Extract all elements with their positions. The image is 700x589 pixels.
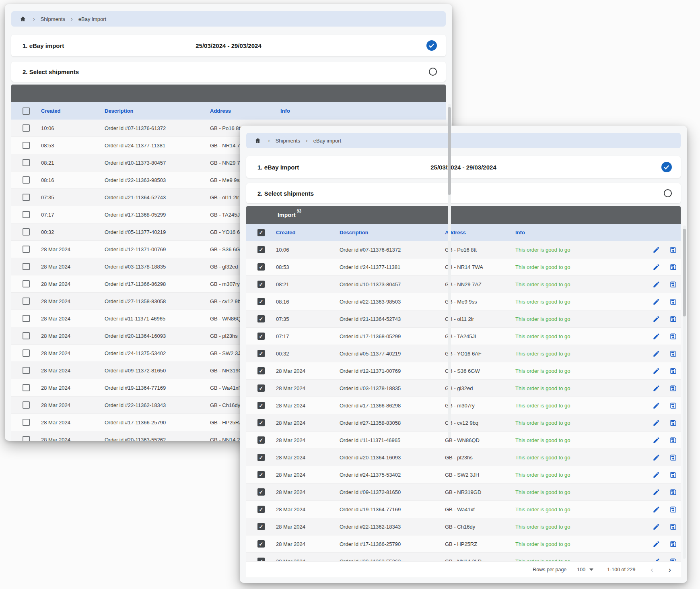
table-row[interactable]: ✓08:53Order id #24-11377-11381GB - NR14 … [246, 258, 681, 276]
column-header-info[interactable]: Info [515, 229, 681, 236]
save-floppy-icon[interactable] [669, 349, 677, 358]
save-floppy-icon[interactable] [669, 522, 677, 531]
row-checkbox[interactable] [23, 194, 30, 201]
edit-pencil-icon[interactable] [652, 470, 661, 479]
save-floppy-icon[interactable] [669, 557, 677, 561]
edit-pencil-icon[interactable] [652, 436, 661, 444]
breadcrumb-item-shipments[interactable]: Shipments [276, 138, 300, 144]
table-row[interactable]: ✓28 Mar 2024Order id #22-11362-18343GB -… [246, 518, 681, 535]
import-button[interactable]: Import 93 [278, 212, 301, 218]
save-floppy-icon[interactable] [669, 297, 677, 306]
table-row[interactable]: ✓00:32Order id #05-11377-40219GB - YO16 … [246, 345, 681, 362]
table-row[interactable]: ✓28 Mar 2024Order id #11-11371-46965GB -… [246, 432, 681, 449]
row-checkbox[interactable] [23, 332, 30, 339]
row-checkbox[interactable] [23, 211, 30, 218]
table-row[interactable]: ✓28 Mar 2024Order id #20-11363-55262GB -… [246, 553, 681, 561]
row-checkbox[interactable] [23, 124, 30, 132]
previous-page-button[interactable]: ‹ [651, 566, 653, 573]
row-checkbox[interactable]: ✓ [257, 367, 265, 374]
row-checkbox[interactable]: ✓ [257, 454, 265, 461]
edit-pencil-icon[interactable] [652, 418, 661, 427]
table-row[interactable]: ✓07:17Order id #17-11368-05299GB - TA245… [246, 328, 681, 345]
column-header-address[interactable]: Address [210, 108, 280, 114]
row-checkbox[interactable] [23, 384, 30, 391]
save-floppy-icon[interactable] [669, 280, 677, 289]
rows-per-page-select[interactable]: 100 [577, 567, 593, 572]
save-floppy-icon[interactable] [669, 436, 677, 444]
edit-pencil-icon[interactable] [652, 262, 661, 271]
save-floppy-icon[interactable] [669, 453, 677, 462]
step-select-shipments[interactable]: 2. Select shipments [246, 183, 681, 203]
column-header-created[interactable]: Created [41, 108, 105, 114]
table-row[interactable]: ✓28 Mar 2024Order id #24-11375-53402GB -… [246, 466, 681, 484]
save-floppy-icon[interactable] [669, 245, 677, 254]
row-checkbox[interactable] [23, 401, 30, 409]
table-row[interactable]: ✓07:35Order id #21-11364-52743GB - ol11 … [246, 310, 681, 328]
edit-pencil-icon[interactable] [652, 332, 661, 341]
row-checkbox[interactable] [23, 263, 30, 270]
table-row[interactable]: ✓28 Mar 2024Order id #17-11366-25790GB -… [246, 535, 681, 553]
save-floppy-icon[interactable] [669, 366, 677, 375]
row-checkbox[interactable]: ✓ [257, 506, 265, 513]
row-checkbox[interactable]: ✓ [257, 419, 265, 426]
edit-pencil-icon[interactable] [652, 488, 661, 496]
row-checkbox[interactable]: ✓ [257, 246, 265, 253]
edit-pencil-icon[interactable] [652, 539, 661, 548]
home-icon[interactable] [19, 14, 27, 23]
row-checkbox[interactable] [23, 367, 30, 374]
row-checkbox[interactable]: ✓ [257, 350, 265, 357]
column-header-description[interactable]: Description [105, 108, 210, 114]
save-floppy-icon[interactable] [669, 470, 677, 479]
table-row[interactable]: ✓28 Mar 2024Order id #20-11364-16093GB -… [246, 449, 681, 466]
save-floppy-icon[interactable] [669, 488, 677, 496]
table-scrollbar[interactable] [448, 104, 451, 438]
row-checkbox[interactable]: ✓ [257, 384, 265, 392]
next-page-button[interactable]: › [669, 566, 671, 573]
row-checkbox[interactable]: ✓ [257, 281, 265, 288]
save-floppy-icon[interactable] [669, 418, 677, 427]
edit-pencil-icon[interactable] [652, 349, 661, 358]
table-row[interactable]: ✓08:21Order id #10-11373-80457GB - NN29 … [246, 276, 681, 293]
row-checkbox[interactable]: ✓ [257, 333, 265, 340]
edit-pencil-icon[interactable] [652, 314, 661, 323]
save-floppy-icon[interactable] [669, 384, 677, 393]
table-row[interactable]: ✓28 Mar 2024Order id #09-11372-81650GB -… [246, 484, 681, 501]
table-row[interactable]: ✓28 Mar 2024Order id #17-11366-86298GB -… [246, 397, 681, 414]
save-floppy-icon[interactable] [669, 332, 677, 341]
column-header-address[interactable]: Address [445, 229, 515, 236]
column-header-description[interactable]: Description [340, 229, 445, 236]
step-ebay-import[interactable]: 1. eBay import 25/03/2024 - 29/03/2024 [11, 35, 446, 56]
row-checkbox[interactable]: ✓ [257, 558, 265, 561]
scrollbar-thumb[interactable] [448, 107, 451, 195]
table-row[interactable]: ✓28 Mar 2024Order id #27-11358-83058GB -… [246, 414, 681, 432]
save-floppy-icon[interactable] [669, 539, 677, 548]
home-icon[interactable] [253, 136, 262, 145]
row-checkbox[interactable]: ✓ [257, 471, 265, 478]
step-select-shipments[interactable]: 2. Select shipments [11, 62, 446, 82]
row-checkbox[interactable] [23, 142, 30, 149]
table-row[interactable]: ✓28 Mar 2024Order id #19-11364-77169GB -… [246, 501, 681, 518]
row-checkbox[interactable] [23, 280, 30, 287]
edit-pencil-icon[interactable] [652, 366, 661, 375]
edit-pencil-icon[interactable] [652, 384, 661, 393]
row-checkbox[interactable]: ✓ [257, 315, 265, 322]
row-checkbox[interactable]: ✓ [257, 263, 265, 271]
row-checkbox[interactable]: ✓ [257, 523, 265, 530]
row-checkbox[interactable] [23, 246, 30, 253]
row-checkbox[interactable]: ✓ [257, 436, 265, 444]
table-row[interactable]: ✓08:16Order id #22-11363-98503GB - Me9 9… [246, 293, 681, 310]
edit-pencil-icon[interactable] [652, 557, 661, 561]
step-ebay-import[interactable]: 1. eBay import 25/03/2024 - 29/03/2024 [246, 156, 681, 178]
save-floppy-icon[interactable] [669, 314, 677, 323]
save-floppy-icon[interactable] [669, 505, 677, 514]
edit-pencil-icon[interactable] [652, 245, 661, 254]
save-floppy-icon[interactable] [669, 401, 677, 410]
row-checkbox[interactable] [23, 315, 30, 322]
edit-pencil-icon[interactable] [652, 453, 661, 462]
row-checkbox[interactable]: ✓ [257, 488, 265, 496]
row-checkbox[interactable] [23, 298, 30, 305]
save-floppy-icon[interactable] [669, 262, 677, 271]
table-scrollbar[interactable] [683, 225, 686, 559]
row-checkbox[interactable] [23, 349, 30, 357]
row-checkbox[interactable]: ✓ [257, 402, 265, 409]
